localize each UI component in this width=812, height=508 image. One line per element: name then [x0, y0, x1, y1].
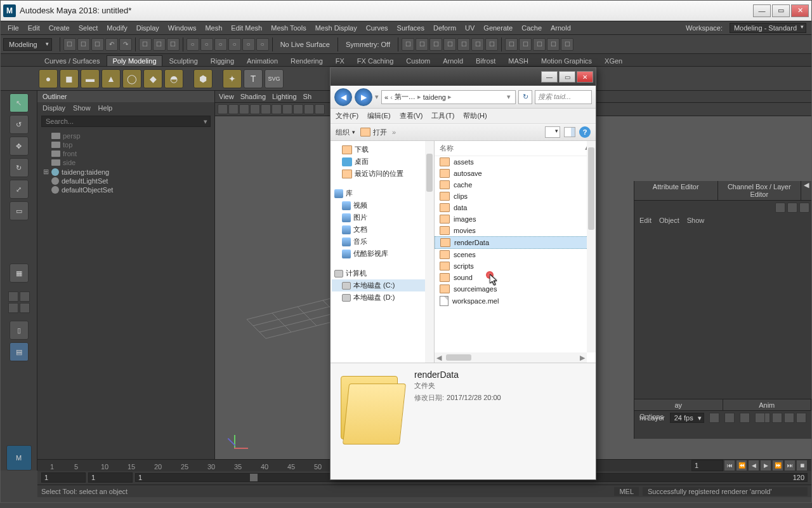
item-sound[interactable]: sound	[435, 272, 596, 283]
rotate-tool[interactable]: ↻	[10, 158, 29, 177]
item-clips[interactable]: clips	[435, 190, 596, 202]
menu-uv[interactable]: UV	[461, 24, 479, 32]
select-icon2[interactable]: ☐	[153, 38, 166, 51]
fps-dropdown[interactable]: 24 fps	[670, 413, 704, 423]
vp-show[interactable]: Sh	[303, 93, 311, 100]
snap-icon5[interactable]: ○	[242, 38, 255, 51]
range-end-field[interactable]	[691, 460, 723, 471]
range-knob[interactable]	[250, 474, 258, 481]
shelf-tab-xgen[interactable]: XGen	[599, 55, 628, 66]
start-frame-1[interactable]	[41, 472, 86, 483]
breadcrumb-p2[interactable]: taideng	[423, 93, 446, 101]
preview-pane-toggle[interactable]	[564, 127, 575, 137]
menu-set-dropdown[interactable]: Modeling	[3, 38, 52, 51]
outliner-search[interactable]: Search...	[41, 116, 211, 127]
live-surface-label[interactable]: No Live Surface	[275, 41, 335, 48]
panel-icon1[interactable]: ☐	[505, 38, 518, 51]
layout-1[interactable]	[8, 291, 18, 302]
type-tool-icon[interactable]: T	[244, 69, 263, 88]
outliner-side[interactable]: side	[43, 158, 209, 167]
anim-ic1[interactable]	[709, 413, 719, 423]
select-icon3[interactable]: ☐	[167, 38, 180, 51]
shelf-tab-rigging[interactable]: Rigging	[205, 55, 240, 66]
layout-3[interactable]	[8, 303, 18, 313]
panel-icon4[interactable]: ☐	[547, 38, 560, 51]
explorer-search[interactable]: 搜索 taid...	[535, 90, 592, 104]
start-frame-2[interactable]	[88, 472, 133, 483]
tree-pictures[interactable]: 图片	[332, 211, 433, 224]
outliner-front[interactable]: front	[43, 149, 209, 158]
render-icon7[interactable]: ☐	[485, 38, 498, 51]
exp-menu-tools[interactable]: 工具(T)	[431, 111, 454, 121]
poly-cylinder-icon[interactable]: ▬	[81, 69, 100, 88]
layout-tool[interactable]: ▦	[10, 264, 29, 283]
menu-file[interactable]: File	[3, 24, 23, 32]
snap-icon4[interactable]: ○	[228, 38, 241, 51]
tab-arrow[interactable]: ◀	[801, 181, 811, 200]
shelf-tab-fx[interactable]: FX	[330, 55, 350, 66]
vp-ic10[interactable]	[315, 104, 325, 114]
explorer-filelist[interactable]: 名称▲ assets autosave cache clips data ima…	[435, 141, 596, 363]
render-icon2[interactable]: ☐	[416, 38, 428, 51]
menu-select[interactable]: Select	[74, 24, 103, 32]
tree-recent[interactable]: 最近访问的位置	[332, 168, 433, 180]
vp-view[interactable]: View	[219, 93, 234, 100]
view-mode-dropdown[interactable]	[545, 126, 560, 138]
ch-ic1[interactable]	[775, 203, 785, 213]
vp-lighting[interactable]: Lighting	[272, 93, 297, 100]
outliner-lightset[interactable]: defaultLightSet	[43, 177, 209, 185]
item-workspacemel[interactable]: workspace.mel	[435, 295, 596, 307]
tree-documents[interactable]: 文档	[332, 224, 433, 236]
layout-outliner[interactable]: ▤	[10, 342, 29, 361]
poly-plane-icon[interactable]: ◆	[143, 69, 162, 88]
tree-desktop[interactable]: 桌面	[332, 156, 433, 168]
tree-vscroll[interactable]	[425, 141, 434, 363]
poly-sphere-icon[interactable]: ●	[39, 69, 58, 88]
panel-icon5[interactable]: ☐	[561, 38, 573, 51]
layout-4[interactable]	[20, 303, 30, 313]
open-button[interactable]: 打开	[360, 128, 387, 137]
outliner-help[interactable]: Help	[98, 104, 113, 112]
menu-meshtools[interactable]: Mesh Tools	[266, 24, 310, 32]
outliner-persp[interactable]: persp	[43, 131, 209, 140]
layout-big[interactable]: ▯	[10, 321, 29, 340]
item-images[interactable]: images	[435, 213, 596, 225]
panel-icon2[interactable]: ☐	[519, 38, 532, 51]
pb-end[interactable]: ⏭	[784, 460, 796, 471]
tab-channel-box[interactable]: Channel Box / Layer Editor	[718, 181, 802, 200]
tree-computer[interactable]: 计算机	[332, 267, 433, 279]
minimize-button[interactable]: —	[753, 4, 771, 17]
explorer-minimize[interactable]: —	[541, 71, 558, 83]
maximize-button[interactable]: ▭	[772, 4, 790, 17]
render-icon5[interactable]: ☐	[457, 38, 470, 51]
menu-mesh[interactable]: Mesh	[200, 24, 226, 32]
menu-generate[interactable]: Generate	[479, 24, 517, 32]
snap-icon2[interactable]: ○	[200, 38, 213, 51]
menu-deform[interactable]: Deform	[429, 24, 461, 32]
tree-music[interactable]: 音乐	[332, 236, 433, 248]
ch-show[interactable]: Show	[687, 217, 705, 224]
select-icon[interactable]: ☐	[139, 38, 152, 51]
snap-icon6[interactable]: ○	[256, 38, 269, 51]
anim-ic3[interactable]	[740, 413, 750, 423]
menu-curves[interactable]: Curves	[362, 24, 393, 32]
layer-tab-display[interactable]: ay	[634, 399, 723, 411]
shelf-tab-sculpt[interactable]: Sculpting	[164, 55, 204, 66]
ch-edit[interactable]: Edit	[639, 217, 652, 224]
snap-icon[interactable]: ○	[187, 38, 199, 51]
item-data[interactable]: data	[435, 202, 596, 213]
ch-object[interactable]: Object	[659, 217, 679, 224]
nav-forward-button[interactable]: ▶	[355, 88, 372, 106]
close-button[interactable]: ✕	[791, 4, 809, 17]
organize-dropdown[interactable]: 组织	[336, 128, 355, 137]
shelf-tab-custom[interactable]: Custom	[400, 55, 436, 66]
poly-cone-icon[interactable]: ▲	[102, 69, 121, 88]
shelf-tab-anim[interactable]: Animation	[241, 55, 284, 66]
vp-ic7[interactable]	[282, 104, 292, 114]
tree-disk-c[interactable]: 本地磁盘 (C:)	[332, 279, 433, 291]
pb-prevkey[interactable]: ⏪	[736, 460, 747, 471]
menu-arnold[interactable]: Arnold	[546, 24, 575, 32]
open-scene-icon[interactable]: ☐	[77, 38, 90, 51]
mel-label[interactable]: MEL	[614, 487, 639, 496]
menu-cache[interactable]: Cache	[517, 24, 546, 32]
